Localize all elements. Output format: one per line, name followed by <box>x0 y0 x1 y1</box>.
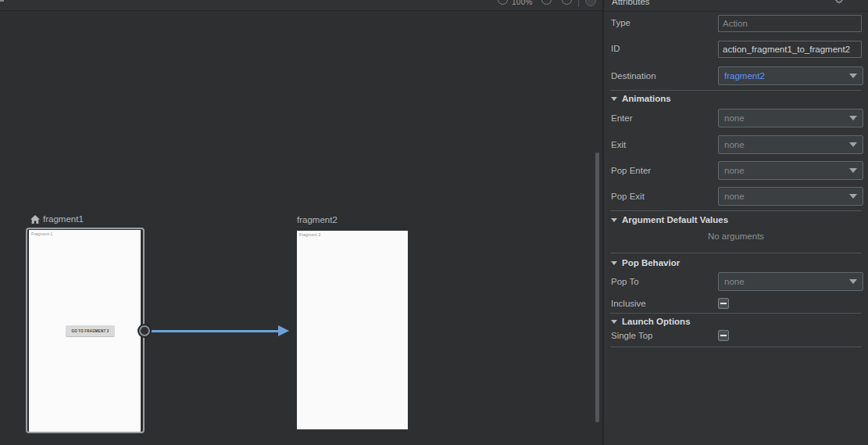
separator <box>610 346 862 347</box>
fragment1-preview[interactable]: Fragment 1 GO TO FRAGMENT 2 <box>29 230 141 432</box>
corner-mark <box>0 0 4 2</box>
exit-value: none <box>724 140 849 149</box>
launch-options-title: Launch Options <box>622 317 691 326</box>
pop-exit-row: Pop Exit none <box>604 187 868 206</box>
go-to-fragment2-button: GO TO FRAGMENT 2 <box>66 325 115 336</box>
argument-defaults-title: Argument Default Values <box>622 215 728 224</box>
chevron-down-icon <box>849 142 857 147</box>
fragment2-label: fragment2 <box>297 215 338 224</box>
inclusive-checkbox[interactable] <box>718 298 729 309</box>
pop-behavior-section-header[interactable]: Pop Behavior <box>611 257 680 268</box>
animations-title: Animations <box>622 94 671 103</box>
pop-to-label: Pop To <box>611 277 639 286</box>
enter-row: Enter none <box>604 109 868 127</box>
home-icon <box>30 215 40 224</box>
zoom-fit-icon[interactable] <box>562 0 572 5</box>
type-label: Type <box>611 18 630 27</box>
animations-section-header[interactable]: Animations <box>611 93 671 104</box>
chevron-down-icon <box>849 168 857 173</box>
argument-defaults-section-header[interactable]: Argument Default Values <box>611 214 728 225</box>
pop-exit-value: none <box>724 192 849 201</box>
enter-label: Enter <box>611 113 633 123</box>
canvas-vertical-scrollbar[interactable] <box>595 153 599 422</box>
action-arrow[interactable] <box>149 330 279 332</box>
no-arguments-text: No arguments <box>604 231 868 241</box>
fragment1-label: fragment1 <box>43 214 84 224</box>
collapse-triangle-icon <box>611 97 617 101</box>
separator <box>610 210 862 211</box>
pop-to-dropdown[interactable]: none <box>718 272 863 291</box>
design-surface[interactable]: 100% fragment1 Fragment 1 GO TO FRAGMENT… <box>0 0 602 445</box>
fragment2-preview[interactable]: Fragment 2 <box>297 231 408 429</box>
collapse-triangle-icon <box>611 218 617 222</box>
chevron-down-icon <box>849 116 857 120</box>
fragment1-preview-title: Fragment 1 <box>31 231 53 236</box>
inclusive-label: Inclusive <box>611 299 646 308</box>
pop-behavior-title: Pop Behavior <box>622 258 680 267</box>
collapse-triangle-icon <box>611 320 617 324</box>
destination-dropdown[interactable]: fragment2 <box>718 66 863 85</box>
separator <box>610 313 862 314</box>
enter-value: none <box>724 113 849 123</box>
canvas-toolbar: 100% <box>0 0 602 11</box>
pan-icon[interactable] <box>585 0 596 6</box>
pop-enter-label: Pop Enter <box>611 166 651 175</box>
pop-exit-label: Pop Exit <box>611 192 645 201</box>
pop-enter-dropdown[interactable]: none <box>718 161 863 180</box>
pop-to-value: none <box>724 277 849 286</box>
collapse-triangle-icon <box>611 261 617 265</box>
type-field[interactable] <box>718 15 862 32</box>
launch-options-section-header[interactable]: Launch Options <box>611 316 691 327</box>
chevron-down-icon <box>849 74 857 78</box>
destination-value: fragment2 <box>724 71 849 81</box>
attributes-panel-header: Attributes ⚙ <box>604 0 868 12</box>
zoom-out-icon[interactable] <box>498 0 508 5</box>
type-row: Type <box>604 14 868 33</box>
chevron-down-icon <box>849 279 857 284</box>
single-top-row: Single Top <box>604 330 868 342</box>
enter-dropdown[interactable]: none <box>718 109 863 127</box>
fragment1-header[interactable]: fragment1 <box>30 214 84 224</box>
pop-enter-row: Pop Enter none <box>604 161 868 180</box>
pop-enter-value: none <box>724 166 849 175</box>
indeterminate-dash-icon <box>720 335 727 336</box>
id-field[interactable] <box>718 41 862 58</box>
zoom-in-icon[interactable] <box>541 0 552 5</box>
zoom-level: 100% <box>512 0 533 6</box>
single-top-label: Single Top <box>611 331 653 340</box>
exit-label: Exit <box>611 140 626 149</box>
fragment2-preview-title: Fragment 2 <box>299 232 321 237</box>
pop-to-row: Pop To none <box>604 272 868 291</box>
indeterminate-dash-icon <box>720 303 727 304</box>
fragment2-header[interactable]: fragment2 <box>297 214 338 225</box>
single-top-checkbox[interactable] <box>718 330 729 341</box>
chevron-down-icon <box>849 194 857 199</box>
id-row: ID <box>604 41 868 59</box>
pop-exit-dropdown[interactable]: none <box>718 187 863 206</box>
action-handle[interactable] <box>139 325 150 336</box>
separator <box>610 253 862 253</box>
id-label: ID <box>611 44 620 53</box>
toolbar-separator <box>578 0 579 7</box>
inclusive-row: Inclusive <box>604 298 868 310</box>
separator <box>610 90 862 91</box>
action-arrow-head <box>278 325 289 336</box>
exit-row: Exit none <box>604 135 868 154</box>
exit-dropdown[interactable]: none <box>718 135 863 154</box>
destination-row: Destination fragment2 <box>604 66 868 85</box>
destination-label: Destination <box>611 71 656 81</box>
gear-icon[interactable]: ⚙ <box>834 0 844 5</box>
attributes-panel: Attributes ⚙ Type ID Destination fragmen… <box>604 0 868 445</box>
attributes-panel-title: Attributes <box>612 0 650 6</box>
